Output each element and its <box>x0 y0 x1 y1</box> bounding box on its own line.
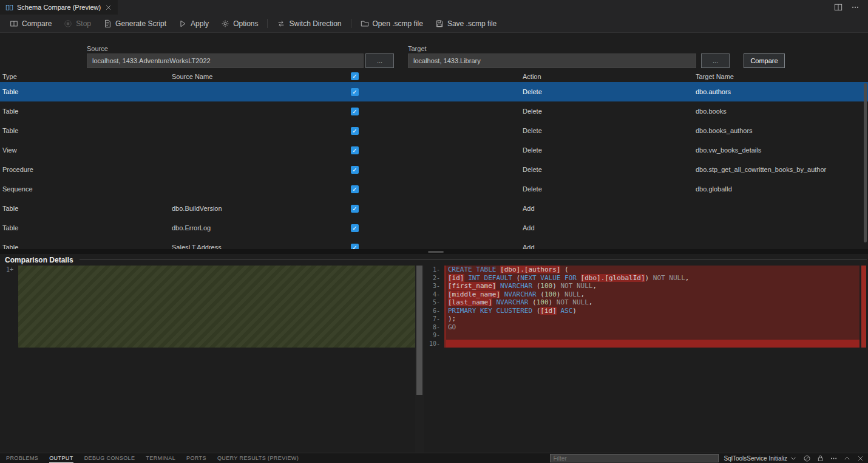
tab-close-icon[interactable] <box>104 4 112 12</box>
include-checkbox[interactable]: ✓ <box>351 166 359 174</box>
toolbar-button-stop: Stop <box>58 15 97 32</box>
toolbar-button-label: Stop <box>76 19 91 28</box>
toolbar-button-open-scmp-file[interactable]: Open .scmp file <box>354 15 429 32</box>
source-line-numbers: 1+ <box>0 266 18 453</box>
toolbar-button-compare[interactable]: Compare <box>4 15 58 32</box>
table-row[interactable]: View✓Deletedbo.vw_books_details <box>0 140 868 160</box>
table-row[interactable]: Tabledbo.ErrorLog✓Add <box>0 218 868 238</box>
more-actions-icon[interactable] <box>851 3 860 12</box>
code-line[interactable]: 10- <box>424 340 860 348</box>
table-row[interactable]: Table✓Deletedbo.books <box>0 101 868 121</box>
switch-direction-icon <box>277 19 285 28</box>
toolbar-button-apply[interactable]: Apply <box>172 15 215 32</box>
lock-icon[interactable] <box>816 454 824 462</box>
table-row[interactable]: TableSalesLT.Address✓Add <box>0 238 868 249</box>
target-browse-button[interactable]: ... <box>701 53 730 68</box>
code-token: [middle_name] <box>448 290 500 298</box>
chevron-up-icon[interactable] <box>843 454 851 462</box>
output-channel-select[interactable]: SqlToolsService Initializ <box>724 454 798 462</box>
toolbar-button-options[interactable]: Options <box>215 15 264 32</box>
diff-scrollbar-thumb[interactable] <box>416 266 422 395</box>
clear-output-icon[interactable] <box>803 454 811 462</box>
toolbar-button-label: Generate Script <box>115 19 166 28</box>
cell-include: ✓ <box>351 166 523 174</box>
toolbar-button-label: Apply <box>191 19 209 28</box>
column-header-action[interactable]: Action <box>523 73 696 80</box>
table-row[interactable]: Sequence✓Deletedbo.globalId <box>0 179 868 199</box>
include-checkbox[interactable]: ✓ <box>351 185 359 193</box>
code-token: NVARCHAR <box>500 282 537 290</box>
table-row[interactable]: Procedure✓Deletedbo.stp_get_all_cowritte… <box>0 160 868 179</box>
code-line[interactable]: 5-[last_name] NVARCHAR (100) NOT NULL, <box>424 298 860 307</box>
include-checkbox[interactable]: ✓ <box>351 88 359 96</box>
editor-tab[interactable]: Schema Compare (Preview) <box>0 0 118 15</box>
toolbar-button-save-scmp-file[interactable]: Save .scmp file <box>429 15 503 32</box>
table-row[interactable]: Tabledbo.BuildVersion✓Add <box>0 199 868 218</box>
diff-target-pane[interactable]: 1-CREATE TABLE [dbo].[authors] (2-[id] I… <box>424 266 868 453</box>
cell-type: Procedure <box>0 166 172 173</box>
cell-include: ✓ <box>351 88 523 96</box>
toolbar-separator <box>351 19 351 28</box>
include-checkbox[interactable]: ✓ <box>351 224 359 232</box>
column-header-target[interactable]: Target Name <box>696 73 868 80</box>
code-line[interactable]: 7-); <box>424 315 860 323</box>
include-checkbox[interactable]: ✓ <box>351 146 359 154</box>
overview-ruler[interactable] <box>860 266 868 453</box>
line-content: ); <box>444 315 860 323</box>
cell-type: Table <box>0 244 172 249</box>
line-number: 7- <box>424 315 444 323</box>
panel-tab-output[interactable]: OUTPUT <box>49 453 73 463</box>
table-row[interactable]: Table✓Deletedbo.authors <box>0 82 868 101</box>
include-checkbox[interactable]: ✓ <box>351 244 359 250</box>
cell-type: Table <box>0 224 172 231</box>
target-code-lines: 1-CREATE TABLE [dbo].[authors] (2-[id] I… <box>424 266 860 348</box>
compare-icon <box>10 19 18 28</box>
select-all-checkbox[interactable]: ✓ <box>351 72 359 80</box>
code-token: [dbo].[globalId] <box>581 274 645 282</box>
code-token <box>500 290 504 298</box>
editor-tab-bar: Schema Compare (Preview) <box>0 0 868 15</box>
code-line[interactable]: 1-CREATE TABLE [dbo].[authors] ( <box>424 266 860 274</box>
grid-scrollbar[interactable] <box>864 83 867 242</box>
code-token: NOT NULL <box>557 282 593 290</box>
source-input[interactable] <box>87 53 364 68</box>
include-checkbox[interactable]: ✓ <box>351 127 359 135</box>
column-header-source[interactable]: Source Name <box>172 73 351 80</box>
horizontal-splitter[interactable] <box>0 249 868 254</box>
diff-scrollbar[interactable] <box>415 266 424 453</box>
toolbar-button-generate-script[interactable]: Generate Script <box>97 15 172 32</box>
include-checkbox[interactable]: ✓ <box>351 108 359 115</box>
code-token: [id] <box>448 274 464 282</box>
target-input[interactable] <box>408 53 696 68</box>
code-line[interactable]: 4-[middle_name] NVARCHAR (100) NULL, <box>424 290 860 299</box>
panel-tab-ports[interactable]: PORTS <box>186 453 206 463</box>
toolbar-button-label: Open .scmp file <box>373 19 423 28</box>
close-icon[interactable] <box>856 454 864 462</box>
compare-button[interactable]: Compare <box>744 53 785 68</box>
panel-tab-debug-console[interactable]: DEBUG CONSOLE <box>84 453 135 463</box>
code-line[interactable]: 8-GO <box>424 323 860 332</box>
code-token: CREATE TABLE <box>448 266 500 273</box>
code-line[interactable]: 6-PRIMARY KEY CLUSTERED ([id] ASC) <box>424 307 860 315</box>
code-token: [first_name] <box>448 282 496 290</box>
code-token: 100 <box>537 298 549 306</box>
split-editor-icon[interactable] <box>834 3 843 12</box>
code-line[interactable]: 2-[id] INT DEFAULT (NEXT VALUE FOR [dbo]… <box>424 274 860 283</box>
include-checkbox[interactable]: ✓ <box>351 205 359 213</box>
code-token: 100 <box>544 290 557 298</box>
target-label: Target <box>408 45 427 52</box>
code-line[interactable]: 3-[first_name] NVARCHAR (100) NOT NULL, <box>424 282 860 290</box>
panel-tab-terminal[interactable]: TERMINAL <box>146 453 175 463</box>
output-filter-input[interactable] <box>550 454 719 462</box>
panel-tab-query-results-preview[interactable]: QUERY RESULTS (PREVIEW) <box>217 453 299 463</box>
table-row[interactable]: Table✓Deletedbo.books_authors <box>0 121 868 140</box>
panel-tabs: PROBLEMSOUTPUTDEBUG CONSOLETERMINALPORTS… <box>6 453 310 463</box>
code-line[interactable]: 9- <box>424 331 860 340</box>
column-header-type[interactable]: Type <box>0 73 172 80</box>
panel-tab-problems[interactable]: PROBLEMS <box>6 453 38 463</box>
diff-source-pane[interactable]: 1+ <box>0 266 415 453</box>
toolbar-button-switch-direction[interactable]: Switch Direction <box>271 15 347 32</box>
more-actions-icon[interactable] <box>830 454 838 462</box>
cell-include: ✓ <box>351 185 523 193</box>
source-browse-button[interactable]: ... <box>365 53 394 68</box>
